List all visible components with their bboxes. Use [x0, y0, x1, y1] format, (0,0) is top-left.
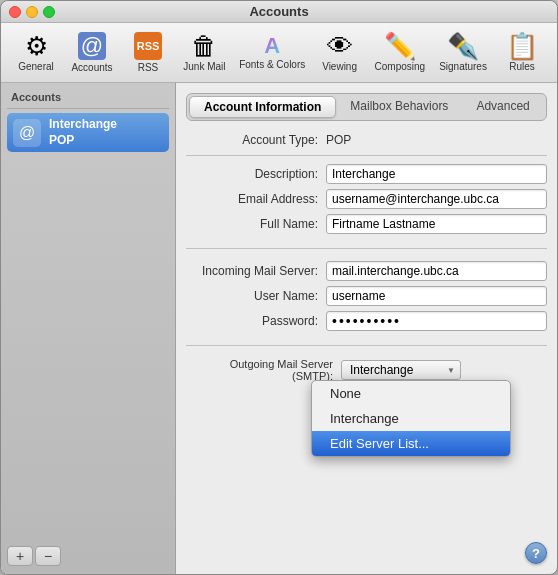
toolbar-general[interactable]: ⚙ General	[11, 30, 61, 75]
main-window: Accounts ⚙ General @ Accounts RSS RSS 🗑 …	[0, 0, 558, 575]
account-type-section: Account Type: POP	[186, 133, 547, 156]
minimize-button[interactable]	[26, 6, 38, 18]
outgoing-server-label: Outgoing Mail Server (SMTP):	[186, 358, 341, 382]
toolbar-junkmail-label: Junk Mail	[183, 61, 225, 72]
traffic-lights	[9, 6, 55, 18]
signatures-icon: ✒️	[447, 33, 479, 59]
toolbar-viewing-label: Viewing	[322, 61, 357, 72]
junkmail-icon: 🗑	[191, 33, 217, 59]
username-row: User Name:	[186, 286, 547, 306]
fonts-icon: A	[264, 35, 280, 57]
account-type-label: Account Type:	[186, 133, 326, 147]
rules-icon: 📋	[506, 33, 538, 59]
main-panel: Account Information Mailbox Behaviors Ad…	[176, 83, 557, 574]
account-type-icon: @	[13, 119, 41, 147]
toolbar-accounts-label: Accounts	[71, 62, 112, 73]
fullname-row: Full Name:	[186, 214, 547, 234]
account-type-row: Account Type: POP	[186, 133, 547, 147]
popup-menu-item-edit-server-list[interactable]: Edit Server List...	[312, 431, 510, 456]
account-type-value: POP	[326, 133, 351, 147]
email-row: Email Address:	[186, 189, 547, 209]
zoom-button[interactable]	[43, 6, 55, 18]
remove-account-button[interactable]: −	[35, 546, 61, 566]
toolbar-fonts[interactable]: A Fonts & Colors	[236, 32, 309, 73]
toolbar-accounts[interactable]: @ Accounts	[67, 29, 117, 76]
tab-account-information[interactable]: Account Information	[189, 96, 336, 118]
toolbar-rss[interactable]: RSS RSS	[123, 29, 173, 76]
tab-bar: Account Information Mailbox Behaviors Ad…	[186, 93, 547, 121]
toolbar-rss-label: RSS	[138, 62, 159, 73]
sidebar-header: Accounts	[7, 91, 169, 109]
section-divider-2	[186, 345, 547, 346]
popup-menu: None Interchange Edit Server List...	[311, 380, 511, 457]
description-label: Description:	[186, 167, 326, 181]
sidebar-footer: + −	[7, 540, 169, 566]
password-label: Password:	[186, 314, 326, 328]
description-input[interactable]	[326, 164, 547, 184]
sidebar-item-interchange-pop[interactable]: @ Interchange POP	[7, 113, 169, 152]
sidebar: Accounts @ Interchange POP + −	[1, 83, 176, 574]
tab-mailbox-behaviors[interactable]: Mailbox Behaviors	[336, 96, 462, 118]
tab-advanced[interactable]: Advanced	[462, 96, 543, 118]
popup-menu-item-none[interactable]: None	[312, 381, 510, 406]
username-input[interactable]	[326, 286, 547, 306]
toolbar-general-label: General	[18, 61, 54, 72]
section-divider-1	[186, 248, 547, 249]
username-label: User Name:	[186, 289, 326, 303]
toolbar-signatures-label: Signatures	[439, 61, 487, 72]
titlebar: Accounts	[1, 1, 557, 23]
toolbar-rules-label: Rules	[509, 61, 535, 72]
viewing-icon: 👁	[327, 33, 353, 59]
window-title: Accounts	[249, 4, 308, 19]
toolbar-junkmail[interactable]: 🗑 Junk Mail	[179, 30, 230, 75]
composing-icon: ✏️	[384, 33, 416, 59]
fullname-input[interactable]	[326, 214, 547, 234]
fullname-label: Full Name:	[186, 217, 326, 231]
add-account-button[interactable]: +	[7, 546, 33, 566]
toolbar-viewing[interactable]: 👁 Viewing	[315, 30, 365, 75]
description-row: Description:	[186, 164, 547, 184]
popup-menu-item-interchange[interactable]: Interchange	[312, 406, 510, 431]
password-input[interactable]	[326, 311, 547, 331]
email-input[interactable]	[326, 189, 547, 209]
help-button[interactable]: ?	[525, 542, 547, 564]
content-area: Accounts @ Interchange POP + − Account I…	[1, 83, 557, 574]
accounts-icon: @	[78, 32, 106, 60]
sidebar-item-name: Interchange POP	[49, 117, 117, 148]
outgoing-server-dropdown-container: Interchange None Interchange Edit Server…	[341, 360, 461, 380]
incoming-server-row: Incoming Mail Server:	[186, 261, 547, 281]
rss-icon: RSS	[134, 32, 162, 60]
toolbar-fonts-label: Fonts & Colors	[239, 59, 305, 70]
outgoing-server-dropdown[interactable]: Interchange	[341, 360, 461, 380]
incoming-server-input[interactable]	[326, 261, 547, 281]
toolbar: ⚙ General @ Accounts RSS RSS 🗑 Junk Mail…	[1, 23, 557, 83]
general-icon: ⚙	[25, 33, 48, 59]
email-label: Email Address:	[186, 192, 326, 206]
incoming-server-label: Incoming Mail Server:	[186, 264, 326, 278]
close-button[interactable]	[9, 6, 21, 18]
toolbar-rules[interactable]: 📋 Rules	[497, 30, 547, 75]
toolbar-composing[interactable]: ✏️ Composing	[371, 30, 429, 75]
toolbar-composing-label: Composing	[375, 61, 426, 72]
password-row: Password:	[186, 311, 547, 331]
toolbar-signatures[interactable]: ✒️ Signatures	[435, 30, 491, 75]
outgoing-server-row: Outgoing Mail Server (SMTP): Interchange…	[186, 358, 547, 382]
